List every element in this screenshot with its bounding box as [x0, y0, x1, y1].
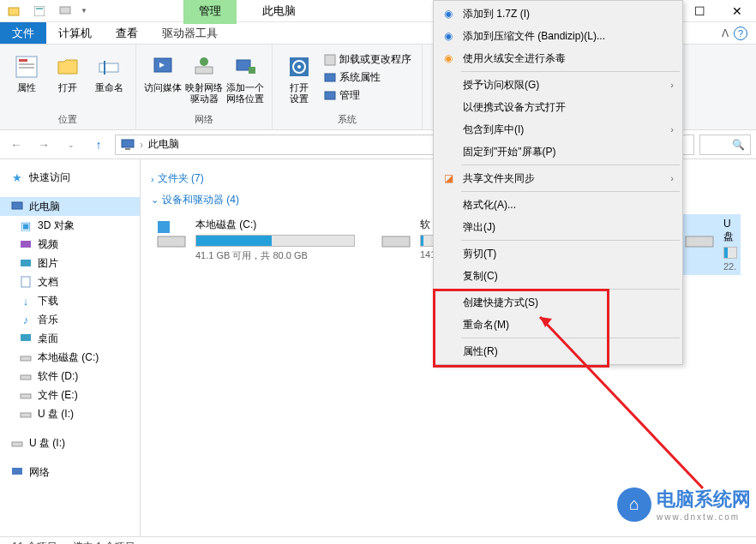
downloads-icon: ↓	[19, 294, 33, 308]
manage-contextual-tab[interactable]: 管理	[183, 0, 237, 24]
open-button[interactable]: 打开	[48, 48, 87, 93]
open-settings-button[interactable]: 打开 设置	[279, 48, 319, 105]
sync-icon: ◪	[441, 170, 456, 186]
ctx-portable-open[interactable]: 以便携式设备方式打开	[435, 96, 681, 118]
ctx-separator	[461, 71, 680, 72]
thispc-icon	[121, 138, 135, 152]
sidebar-network[interactable]: 网络	[0, 463, 140, 481]
svg-rect-8	[99, 63, 118, 72]
drive-item-d[interactable]: 软 141	[375, 214, 437, 275]
uninstall-button[interactable]: 卸载或更改程序	[321, 51, 415, 68]
sidebar-soft-d[interactable]: 软件 (D:)	[0, 367, 140, 386]
tab-drive-tools[interactable]: 驱动器工具	[150, 22, 230, 44]
system-properties-button[interactable]: 系统属性	[321, 69, 415, 86]
desktop-icon	[19, 332, 33, 345]
search-box[interactable]: 🔍	[699, 135, 751, 155]
access-media-button[interactable]: 访问媒体	[143, 48, 183, 93]
ctx-create-shortcut[interactable]: 创建快捷方式(S)	[435, 291, 681, 314]
pictures-icon	[19, 256, 33, 270]
maximize-button[interactable]: ☐	[681, 0, 718, 22]
sidebar-videos[interactable]: 视频	[0, 235, 140, 254]
svg-rect-6	[19, 63, 34, 65]
sidebar-desktop[interactable]: 桌面	[0, 329, 140, 348]
properties-icon	[13, 53, 40, 81]
close-button[interactable]: ✕	[718, 0, 756, 22]
ctx-rename[interactable]: 重命名(M)	[435, 314, 681, 336]
svg-rect-22	[122, 140, 134, 147]
svg-rect-5	[19, 59, 27, 62]
up-button[interactable]: ↑	[87, 134, 110, 156]
chevron-right-icon: ›	[151, 174, 154, 184]
manage-button[interactable]: 管理	[321, 87, 415, 104]
rename-button[interactable]: 重命名	[89, 48, 129, 93]
ctx-pin-start[interactable]: 固定到"开始"屏幕(P)	[435, 140, 681, 163]
rename-icon	[95, 53, 123, 81]
sidebar-downloads[interactable]: ↓下载	[0, 291, 140, 310]
submenu-arrow-icon: ›	[670, 124, 674, 135]
sidebar-music[interactable]: ♪音乐	[0, 310, 140, 329]
media-icon	[149, 53, 177, 81]
forward-button[interactable]: →	[33, 134, 55, 156]
sidebar-pictures[interactable]: 图片	[0, 254, 140, 272]
drive-item-c[interactable]: 本地磁盘 (C:) 41.1 GB 可用，共 80.0 GB	[151, 214, 358, 275]
ctx-share-sync[interactable]: ◪共享文件夹同步›	[435, 167, 681, 189]
open-folder-icon	[54, 53, 81, 81]
qat-customize-icon[interactable]: ▼	[75, 3, 93, 20]
svg-rect-32	[21, 413, 31, 417]
svg-rect-33	[12, 442, 22, 446]
ctx-add-to-7z[interactable]: ◉添加到 1.7Z (I)	[435, 3, 681, 25]
properties-button[interactable]: 属性	[7, 48, 46, 93]
svg-rect-39	[686, 236, 713, 247]
add-network-location-button[interactable]: 添加一个 网络位置	[225, 48, 265, 105]
star-icon: ★	[10, 170, 24, 184]
address-path: 此电脑	[148, 137, 179, 152]
sidebar-files-e[interactable]: 文件 (E:)	[0, 386, 140, 404]
ctx-eject[interactable]: 弹出(J)	[435, 216, 681, 238]
sidebar-this-pc[interactable]: 此电脑	[0, 197, 140, 216]
qat-dropdown-icon[interactable]	[57, 3, 74, 20]
group-system-label: 系统	[338, 111, 357, 126]
bandizip-icon: ◉	[441, 28, 456, 44]
ctx-add-zip[interactable]: ◉添加到压缩文件 (Bandizip)(L)...	[435, 25, 681, 47]
sidebar-3d-objects[interactable]: ▣3D 对象	[0, 216, 140, 235]
tab-computer[interactable]: 计算机	[46, 22, 104, 44]
svg-rect-27	[21, 277, 30, 287]
settings-icon	[285, 53, 313, 81]
watermark-logo-icon: ⌂	[617, 487, 651, 522]
map-drive-button[interactable]: 映射网络 驱动器	[184, 48, 224, 105]
svg-rect-7	[19, 67, 34, 69]
video-icon	[19, 237, 33, 251]
help-icon[interactable]: ?	[734, 27, 747, 40]
drive-icon	[19, 369, 33, 383]
ctx-grant-access[interactable]: 授予访问权限(G)›	[435, 74, 681, 96]
svg-rect-29	[21, 356, 31, 361]
ctx-format[interactable]: 格式化(A)...	[435, 194, 681, 216]
qat-properties-icon[interactable]	[31, 3, 48, 20]
ctx-include-library[interactable]: 包含到库中(I)›	[435, 118, 681, 140]
context-menu: ◉添加到 1.7Z (I) ◉添加到压缩文件 (Bandizip)(L)... …	[433, 0, 683, 365]
svg-rect-19	[325, 55, 335, 65]
thispc-icon	[10, 200, 24, 213]
ctx-huorong-scan[interactable]: ◉使用火绒安全进行杀毒	[435, 47, 681, 69]
drive-item-i[interactable]: U 盘 22.	[679, 214, 741, 275]
ctx-copy[interactable]: 复制(C)	[435, 265, 681, 287]
recent-dropdown[interactable]: ⌄	[60, 134, 82, 156]
back-button[interactable]: ←	[5, 134, 27, 156]
watermark-url: www.dnxtw.com	[657, 512, 751, 522]
sidebar-quick-access[interactable]: ★快速访问	[0, 168, 140, 187]
submenu-arrow-icon: ›	[670, 173, 674, 183]
ctx-properties[interactable]: 属性(R)	[435, 340, 681, 362]
sidebar-udisk-i[interactable]: U 盘 (I:)	[0, 404, 140, 423]
sidebar-udisk-i2[interactable]: U 盘 (I:)	[0, 433, 140, 452]
ctx-separator	[461, 191, 680, 192]
sidebar-documents[interactable]: 文档	[0, 272, 140, 291]
svg-rect-15	[249, 67, 255, 74]
tab-view[interactable]: 查看	[104, 22, 150, 44]
svg-rect-36	[158, 221, 170, 233]
sidebar-local-c[interactable]: 本地磁盘 (C:)	[0, 348, 140, 367]
window-title: 此电脑	[262, 3, 296, 19]
ribbon-collapse-icon[interactable]: ᐱ	[722, 27, 729, 39]
tab-file[interactable]: 文件	[0, 22, 46, 44]
explorer-icon[interactable]	[5, 3, 22, 20]
ctx-cut[interactable]: 剪切(T)	[435, 242, 681, 265]
